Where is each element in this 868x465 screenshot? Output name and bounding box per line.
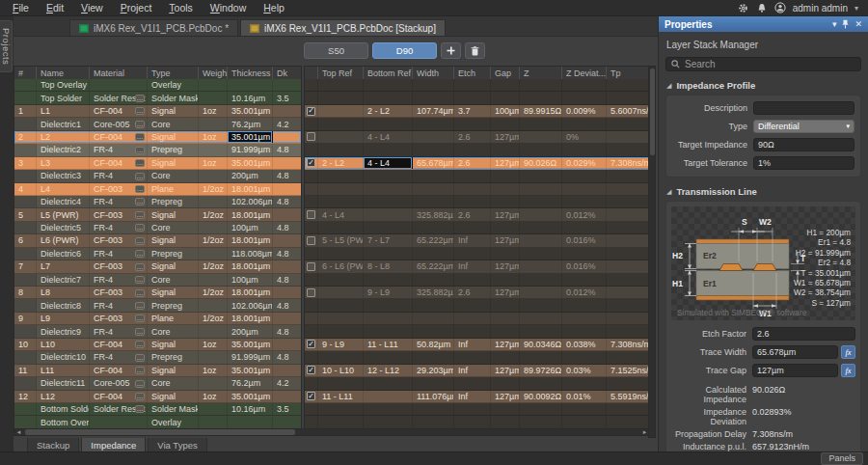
bottom-ref-cell[interactable]	[364, 170, 413, 181]
impedance-enabled-checkbox[interactable]: ✓	[307, 340, 315, 348]
bottom-ref-cell[interactable]	[364, 196, 413, 207]
impedance-enabled-checkbox[interactable]	[307, 210, 315, 219]
z-deviation-cell[interactable]	[562, 144, 607, 155]
layer-material-cell[interactable]: FR-4…	[90, 144, 148, 155]
col-header-type[interactable]: Type	[148, 67, 199, 79]
gap-cell[interactable]	[491, 92, 520, 103]
bottom-ref-cell[interactable]: 12 - L12	[364, 365, 413, 376]
material-picker-button[interactable]: …	[135, 211, 145, 219]
gap-cell[interactable]	[491, 144, 520, 155]
layer-material-cell[interactable]: CF-003…	[90, 208, 148, 220]
bottom-ref-cell[interactable]: 8 - L8	[364, 260, 413, 272]
layer-thickness-cell[interactable]: 18.001µm	[228, 208, 273, 220]
impedance-enabled-cell[interactable]	[305, 351, 318, 363]
tp-cell[interactable]: 5.5919ns/m	[607, 391, 649, 402]
add-profile-button[interactable]	[441, 42, 461, 59]
impedance-row[interactable]	[305, 222, 649, 234]
bottom-ref-cell[interactable]	[364, 248, 413, 260]
impedance-enabled-cell[interactable]	[305, 234, 318, 246]
impedance-row[interactable]	[305, 299, 649, 312]
layer-name-cell[interactable]: L11	[37, 365, 90, 376]
material-picker-button[interactable]: …	[135, 250, 145, 258]
impedance-z-cell[interactable]	[520, 79, 562, 91]
impedance-z-cell[interactable]: 90.0092Ω	[520, 391, 562, 402]
user-account-icon[interactable]	[774, 2, 786, 14]
layer-type-cell[interactable]: Solder Mask	[148, 92, 199, 103]
tp-cell[interactable]	[607, 92, 649, 103]
layer-dk-cell[interactable]	[273, 183, 301, 195]
top-ref-cell[interactable]	[318, 325, 364, 337]
gap-cell[interactable]	[491, 377, 520, 389]
layer-type-cell[interactable]: Prepreg	[148, 144, 199, 155]
trace-width-cell[interactable]	[413, 416, 454, 427]
layer-material-cell[interactable]: CF-003…	[90, 183, 148, 195]
layer-dk-cell[interactable]: 4.8	[273, 144, 301, 155]
top-ref-cell[interactable]	[318, 377, 364, 389]
bottom-ref-cell[interactable]	[364, 118, 413, 129]
trace-width-cell[interactable]: 107.74µm	[413, 105, 454, 117]
impedance-z-cell[interactable]	[520, 287, 562, 298]
impedance-row[interactable]: ✓2 - L2107.74µm3.7100µm89.9915Ω0.009%5.6…	[305, 105, 649, 118]
layer-name-cell[interactable]: Dielectric3	[37, 170, 90, 181]
z-deviation-cell[interactable]	[562, 248, 607, 260]
layer-weight-cell[interactable]: 1oz	[199, 391, 228, 402]
impedance-z-cell[interactable]	[520, 274, 562, 286]
layer-name-cell[interactable]: L5 (PWR)	[37, 208, 90, 220]
impedance-enabled-cell[interactable]	[305, 79, 318, 91]
bottom-ref-cell[interactable]	[364, 313, 413, 324]
gap-cell[interactable]	[491, 416, 520, 427]
col-header-etch[interactable]: Etch	[454, 67, 491, 79]
impedance-enabled-cell[interactable]	[305, 248, 318, 260]
impedance-row[interactable]	[305, 183, 649, 196]
layer-type-cell[interactable]: Solder Mask	[148, 403, 199, 415]
tp-cell[interactable]	[607, 248, 649, 260]
etch-cell[interactable]: 2.6	[454, 157, 491, 169]
gap-cell[interactable]	[491, 118, 520, 129]
layer-thickness-cell[interactable]	[228, 416, 273, 427]
trace-width-cell[interactable]: 325.882µm	[413, 287, 454, 298]
impedance-row[interactable]: 6 - L6 (PWR)8 - L865.222µmInf127µm0.016%	[305, 260, 649, 273]
z-deviation-cell[interactable]	[562, 351, 607, 363]
impedance-enabled-cell[interactable]	[305, 144, 318, 155]
top-ref-cell[interactable]: 6 - L6 (PWR)	[318, 260, 364, 272]
layer-dk-cell[interactable]	[273, 79, 301, 91]
material-picker-button[interactable]: …	[135, 302, 145, 310]
layer-name-cell[interactable]: L8	[37, 287, 90, 298]
layer-thickness-cell[interactable]: 76.2µm	[228, 118, 273, 129]
stackup-row[interactable]: Dielectric7FR-4…Core100µm4.8	[14, 274, 301, 287]
layer-weight-cell[interactable]	[199, 170, 228, 181]
impedance-z-cell[interactable]: 90.026Ω	[520, 157, 562, 169]
impedance-enabled-cell[interactable]	[305, 287, 318, 298]
panel-pin-icon[interactable]	[842, 19, 849, 29]
layer-dk-cell[interactable]: 4.8	[273, 170, 301, 181]
stackup-row[interactable]: Top OverlayOverlay	[14, 79, 301, 92]
layer-type-cell[interactable]: Signal	[148, 260, 199, 272]
stackup-row[interactable]: Dielectric2FR-4…Prepreg91.999µm4.8	[14, 144, 301, 156]
impedance-enabled-cell[interactable]	[305, 196, 318, 207]
layer-material-cell[interactable]: FR-4…	[90, 222, 148, 233]
stackup-row[interactable]: Dielectric10FR-4…Prepreg91.999µm4.8	[14, 351, 301, 364]
bottom-ref-cell[interactable]: 2 - L2	[364, 105, 413, 117]
layer-weight-cell[interactable]	[199, 144, 228, 155]
col-header-dk[interactable]: Dk	[273, 67, 301, 79]
bottom-ref-cell[interactable]	[364, 325, 413, 337]
top-ref-cell[interactable]	[318, 79, 364, 91]
gap-cell[interactable]: 127µm	[491, 365, 520, 376]
impedance-z-cell[interactable]	[520, 222, 562, 233]
layer-type-cell[interactable]: Signal	[148, 365, 199, 376]
stackup-row[interactable]: 1L1CF-004…Signal1oz35.001µm	[14, 105, 301, 118]
stackup-row[interactable]: 7L7CF-003…Signal1/2oz18.001µm	[14, 260, 301, 273]
layer-weight-cell[interactable]	[199, 79, 228, 91]
impedance-row[interactable]	[305, 416, 649, 428]
top-ref-cell[interactable]: 11 - L11	[318, 391, 364, 402]
target-tolerance-field[interactable]: 1%	[753, 156, 854, 170]
col-header-num[interactable]: #	[14, 67, 37, 79]
panel-close-icon[interactable]: ✕	[854, 19, 862, 29]
layer-name-cell[interactable]: L6 (PWR)	[37, 234, 90, 246]
impedance-enabled-cell[interactable]	[305, 274, 318, 286]
trace-width-cell[interactable]	[413, 222, 454, 233]
trace-width-cell[interactable]: 111.076µm	[413, 391, 454, 402]
z-deviation-cell[interactable]	[562, 403, 607, 415]
layer-dk-cell[interactable]: 4.2	[273, 118, 301, 129]
etch-cell[interactable]: Inf	[454, 234, 491, 246]
